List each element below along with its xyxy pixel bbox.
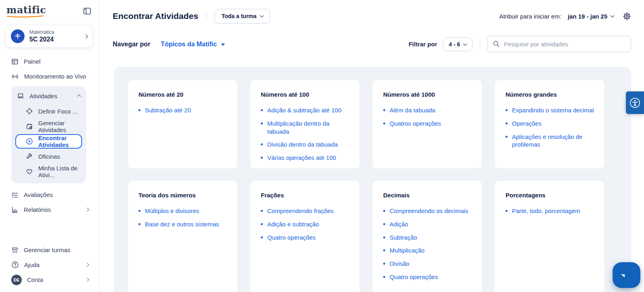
logo-text: matific — [6, 4, 46, 16]
class-name-label: 5C 2024 — [29, 36, 54, 43]
topic-link[interactable]: Multiplicação — [383, 246, 473, 255]
card-title: Números até 100 — [261, 91, 351, 98]
class-scope-dropdown[interactable]: Toda a turma — [215, 9, 270, 23]
laptop-icon — [17, 92, 24, 99]
filter-by-label: Filtrar por — [409, 41, 437, 48]
topics-dropdown[interactable]: Tópicos da Matific — [161, 41, 225, 48]
help-icon — [11, 261, 19, 269]
sidebar-item-label: Monitoramento ao Vivo — [24, 73, 86, 80]
filter-bar: Navegar por Tópicos da Matific Filtrar p… — [99, 36, 644, 52]
topic-link[interactable]: Quatro operações — [383, 273, 473, 281]
sidebar-item-label: Atividades — [29, 93, 57, 99]
classroom-icon — [11, 246, 19, 254]
checklist-icon — [11, 191, 19, 199]
chevron-down-icon — [260, 14, 264, 18]
topic-link[interactable]: Compreendendo os decimais — [383, 207, 473, 215]
sidebar-item-label: Minha Lista de Ativi... — [38, 165, 86, 178]
topic-link[interactable]: Múltiplos e divisores — [138, 207, 228, 215]
card-title: Frações — [261, 192, 351, 199]
date-range-dropdown[interactable]: jan 19 - jan 25 — [568, 13, 614, 20]
sidebar-item-relatorios[interactable]: Relatórios — [6, 202, 93, 217]
topic-card-numeros-ate-100: Números até 100 Adição & subtração até 1… — [250, 80, 359, 168]
sidebar-item-monitoramento[interactable]: Monitoramento ao Vivo — [6, 69, 93, 84]
topic-link[interactable]: Quatros operações — [383, 120, 473, 128]
sidebar-item-gerenciar-turmas[interactable]: Gerenciar turmas — [6, 242, 93, 257]
sidebar-item-atividades[interactable]: Atividades — [11, 88, 86, 104]
topic-link[interactable]: Adição e subtração — [261, 220, 351, 228]
sidebar-toggle-icon[interactable] — [83, 7, 92, 17]
sidebar-item-gerenciar-atividades[interactable]: Gerenciar Atividades — [11, 119, 86, 134]
class-subject-label: Matemática — [29, 29, 80, 35]
sidebar-nav: Painel Monitoramento ao Vivo Atividades — [0, 54, 99, 217]
sidebar-item-label: Ajuda — [24, 261, 39, 268]
sidebar-item-label: Oficinas — [38, 153, 60, 160]
topics-panel: Números até 20 Subtração até 20 Números … — [114, 67, 631, 292]
sidebar-item-label: Avaliações — [24, 191, 53, 198]
activities-group: Atividades Definir Foco ... — [11, 86, 86, 183]
topic-card-fracoes: Frações Compreendendo frações Adição e s… — [250, 181, 359, 292]
sidebar-item-avaliacoes[interactable]: Avaliações — [6, 187, 93, 202]
sidebar-item-label: Relatórios — [24, 206, 51, 213]
card-title: Decimais — [383, 192, 473, 199]
topic-link[interactable]: Além da tabuada — [383, 106, 473, 114]
live-monitor-icon — [11, 73, 19, 80]
class-selector-card[interactable]: Matemática 5C 2024 — [6, 25, 93, 48]
accessibility-button[interactable] — [626, 91, 644, 114]
topic-link[interactable]: Parte, todo, porcentagem — [506, 207, 595, 215]
sidebar-bottom-nav: Gerenciar turmas Ajuda DE Conta — [0, 242, 99, 292]
sidebar: matific Matemática 5C 2024 — [0, 0, 99, 292]
topic-link[interactable]: Multiplicação dentro da tabuada — [261, 120, 351, 136]
topic-link[interactable]: Divisão dentro da tabuada — [261, 141, 351, 149]
topic-link[interactable]: Adição — [383, 220, 473, 228]
top-bar: Encontrar Atividades Toda a turma Atribu… — [99, 0, 644, 23]
sidebar-item-ajuda[interactable]: Ajuda — [6, 257, 93, 272]
divider — [480, 39, 480, 50]
chevron-right-icon — [85, 208, 89, 212]
sidebar-item-definir-foco[interactable]: Definir Foco ... — [11, 104, 86, 119]
wrench-icon — [26, 153, 33, 160]
grade-filter-dropdown[interactable]: 4 - 6 — [443, 37, 473, 51]
grade-filter-value: 4 - 6 — [449, 41, 460, 48]
chat-launcher-button[interactable] — [613, 262, 640, 288]
card-title: Porcentagens — [506, 192, 595, 199]
sidebar-item-minha-lista[interactable]: Minha Lista de Ativi... — [11, 164, 86, 179]
target-icon — [26, 108, 33, 115]
topics-dropdown-value: Tópicos da Matific — [161, 41, 217, 48]
topic-link[interactable]: Base dez e outros sistemas — [138, 220, 228, 228]
card-title: Números grandes — [506, 91, 595, 98]
sidebar-item-label: Gerenciar turmas — [24, 246, 70, 253]
class-scope-value: Toda a turma — [221, 13, 256, 19]
bar-chart-icon — [11, 206, 19, 213]
chevron-right-icon — [84, 34, 88, 38]
topic-link[interactable]: Expandindo o sistema decimal — [506, 106, 595, 114]
topic-card-numeros-ate-20: Números até 20 Subtração até 20 — [128, 80, 237, 168]
topic-link[interactable]: Várias operações até 100 — [261, 154, 351, 162]
page-title: Encontrar Atividades — [113, 11, 198, 21]
search-icon — [493, 40, 500, 49]
topic-link[interactable]: Adição & subtração até 100 — [261, 106, 351, 114]
play-circle-icon — [26, 138, 33, 145]
topic-card-porcentagens: Porcentagens Parte, todo, porcentagem — [495, 181, 604, 292]
topic-link[interactable]: Compreendendo frações — [261, 207, 351, 215]
topic-link[interactable]: Operações — [506, 120, 595, 128]
topic-card-decimais: Decimais Compreendendo os decimais Adiçã… — [373, 181, 482, 292]
accessibility-icon — [630, 97, 640, 108]
search-input[interactable] — [487, 36, 631, 52]
calendar-icon — [26, 123, 33, 130]
topic-link[interactable]: Subtração — [383, 234, 473, 242]
topic-link[interactable]: Divisão — [383, 260, 473, 268]
sidebar-item-conta[interactable]: DE Conta — [6, 272, 93, 287]
date-range-value: jan 19 - jan 25 — [568, 13, 607, 20]
topic-link[interactable]: Subtração até 20 — [138, 106, 228, 114]
topics-grid: Números até 20 Subtração até 20 Números … — [128, 80, 631, 292]
topic-link[interactable]: Quatro operações — [261, 234, 351, 242]
sidebar-item-label: Encontrar Atividades — [38, 135, 81, 148]
class-math-icon — [11, 29, 25, 43]
topic-link[interactable]: Aplicações e resolução de problemas — [506, 133, 595, 149]
heart-icon — [26, 168, 33, 175]
sidebar-item-encontrar-atividades[interactable]: Encontrar Atividades — [15, 134, 82, 149]
matific-logo[interactable]: matific — [6, 5, 46, 18]
settings-gear-icon[interactable] — [623, 12, 631, 21]
sidebar-item-painel[interactable]: Painel — [6, 54, 93, 69]
sidebar-item-oficinas[interactable]: Oficinas — [11, 149, 86, 164]
